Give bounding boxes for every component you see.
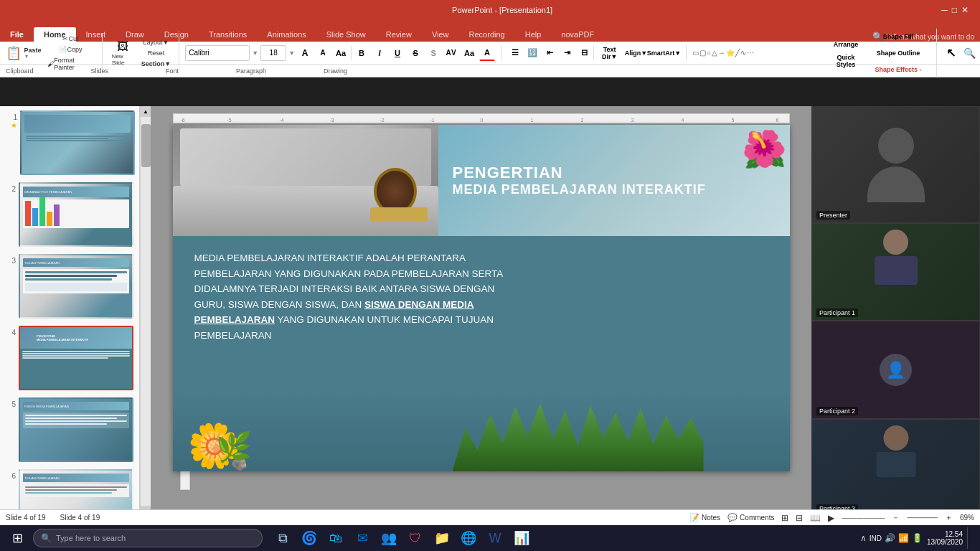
shape-outline-button[interactable]: Shape Outline	[866, 45, 930, 61]
tab-help[interactable]: Help	[515, 27, 552, 42]
char-spacing-button[interactable]: AV	[443, 45, 459, 61]
slide-item-1[interactable]: 1 ★	[3, 109, 136, 176]
increase-indent-button[interactable]: ⇥	[559, 45, 575, 61]
bold-button[interactable]: B	[354, 45, 369, 61]
systray-chevron[interactable]: ∧	[860, 533, 867, 543]
slide-thumb-3[interactable]: TUJUAN PEMBELAJARAN	[19, 254, 133, 319]
bullets-button[interactable]: ☰	[507, 45, 523, 61]
shape-arrow[interactable]: →	[718, 49, 725, 57]
slide-thumb-1[interactable]	[20, 110, 135, 175]
view-normal-button[interactable]: ⊞	[781, 513, 788, 523]
slide-item-3[interactable]: 3 TUJUAN PEMBELAJARAN	[3, 253, 136, 320]
tab-transitions[interactable]: Transitions	[199, 27, 257, 42]
strikethrough-button[interactable]: S	[407, 45, 423, 61]
systray-volume[interactable]: 🔊	[885, 533, 895, 543]
copy-button[interactable]: 📄 Copy	[45, 44, 95, 55]
shadow-button[interactable]: S	[425, 45, 441, 61]
slide-item-5[interactable]: 5 FUNGSI MEDIA PEMBELAJARAN	[3, 396, 136, 463]
arrange-button[interactable]: Arrange	[827, 37, 864, 52]
italic-button[interactable]: I	[372, 45, 387, 61]
numbering-button[interactable]: 🔢	[524, 45, 540, 61]
show-desktop-button[interactable]	[967, 527, 971, 549]
zoom-slider[interactable]: ──────	[907, 514, 938, 522]
slide-thumb-4[interactable]: PENGERTIANMEDIA PEMBELAJARAN INTERAKTIF	[19, 326, 133, 390]
slide-thumb-2[interactable]: DATA ANALITYCS PEMBELAJARAN	[19, 182, 133, 247]
new-slide-button[interactable]: 🖼 New Slide	[108, 38, 138, 68]
clear-format-button[interactable]: Aa	[333, 45, 349, 61]
view-reading-button[interactable]: 📖	[810, 513, 821, 523]
slide-thumb-5[interactable]: FUNGSI MEDIA PEMBELAJARAN	[19, 397, 133, 462]
decrease-indent-button[interactable]: ⇤	[542, 45, 557, 61]
align-text-button[interactable]: Align▼	[625, 45, 646, 61]
taskbar-teams[interactable]: 👥	[376, 525, 402, 551]
tab-view[interactable]: View	[422, 27, 459, 42]
search-button[interactable]: 🔍	[961, 45, 977, 61]
shape-star[interactable]: ⭐	[726, 49, 735, 57]
shape-fill-button[interactable]: Shape Fill	[866, 29, 930, 44]
taskbar-word[interactable]: W	[482, 525, 508, 551]
reset-button[interactable]: Reset	[139, 48, 173, 58]
tab-slideshow[interactable]: Slide Show	[316, 27, 376, 42]
taskbar-edge[interactable]: 🌀	[296, 525, 322, 551]
view-slideshow-button[interactable]: ▶	[828, 513, 834, 523]
cut-button[interactable]: ✂ Cut	[45, 34, 95, 44]
slide-title-line2: MEDIA PEMBELAJARAN INTERAKTIF	[453, 182, 768, 197]
system-clock[interactable]: 12.54 13/09/2020	[927, 530, 963, 546]
taskbar-store[interactable]: 🛍	[323, 525, 349, 551]
text-direction-button[interactable]: Text Dir▼	[595, 45, 623, 61]
shape-curve[interactable]: ∿	[740, 49, 746, 57]
shape-line[interactable]: ╱	[735, 49, 740, 57]
view-slide-sorter-button[interactable]: ⊟	[796, 513, 803, 523]
systray-network[interactable]: 📶	[898, 533, 909, 543]
scroll-thumb[interactable]	[141, 124, 151, 167]
more-shapes-button[interactable]: ⋯	[747, 49, 754, 57]
shape-rect[interactable]: ▭	[692, 49, 699, 57]
taskbar-chrome[interactable]: 🌐	[456, 525, 481, 551]
quick-styles-button[interactable]: Quick Styles	[827, 53, 864, 69]
scroll-track[interactable]	[141, 117, 151, 506]
canvas-area: -6 -5 -4 -3 -2 -1 0 1 2 3 4 5 6	[151, 106, 811, 517]
font-name-input[interactable]	[185, 45, 250, 61]
close-button[interactable]: ✕	[961, 5, 969, 15]
font-color-button[interactable]: A	[479, 45, 495, 61]
taskbar-powerpoint[interactable]: 📊	[509, 525, 534, 551]
taskbar-taskview[interactable]: ⧉	[270, 525, 296, 551]
start-button[interactable]: ⊞	[3, 525, 32, 551]
zoom-level[interactable]: 69%	[960, 514, 974, 522]
decrease-font-button[interactable]: A	[315, 45, 331, 61]
zoom-out-button[interactable]: －	[892, 512, 900, 523]
increase-font-button[interactable]: A	[297, 45, 313, 61]
shape-circle[interactable]: ○	[707, 49, 711, 57]
shape-round-rect[interactable]: ▢	[699, 49, 706, 57]
cursor-button[interactable]: ↖	[943, 45, 958, 61]
notes-button[interactable]: 📝 Notes	[689, 513, 720, 522]
zoom-in-button[interactable]: ＋	[945, 512, 953, 523]
tab-animations[interactable]: Animations	[257, 27, 316, 42]
slide-canvas[interactable]: PENGERTIAN MEDIA PEMBELAJARAN INTERAKTIF…	[173, 125, 790, 471]
tab-review[interactable]: Review	[376, 27, 422, 42]
paste-button[interactable]: 📋 Paste ▼	[3, 43, 44, 63]
slide-item-4[interactable]: 4 PENGERTIANMEDIA PEMBELAJARAN INTERAKTI…	[3, 324, 136, 392]
tab-novapdf[interactable]: novaPDF	[551, 27, 604, 42]
minimize-button[interactable]: ─	[941, 5, 948, 15]
comments-button[interactable]: 💬 Comments	[727, 513, 774, 522]
taskbar-search[interactable]: 🔍 Type here to search	[33, 529, 263, 547]
taskbar-security[interactable]: 🛡	[402, 525, 428, 551]
font-size-input[interactable]	[260, 45, 286, 61]
layout-button[interactable]: Layout ▼	[139, 37, 173, 47]
smartart-button[interactable]: SmartArt▼	[648, 45, 679, 61]
shape-triangle[interactable]: △	[712, 49, 717, 57]
shape-effects-button[interactable]: Shape Effects -	[866, 62, 930, 77]
columns-button[interactable]: ⊟	[576, 45, 592, 61]
font-size-2-button[interactable]: Aa	[461, 45, 477, 61]
underline-button[interactable]: U	[390, 45, 405, 61]
format-painter-button[interactable]: 🖌 Format Painter	[45, 55, 95, 72]
systray-battery: 🔋	[912, 533, 923, 543]
taskbar-mail[interactable]: ✉	[349, 525, 375, 551]
slide-panel-scrollbar[interactable]: ▲ ▼	[140, 106, 151, 517]
taskbar-explorer[interactable]: 📁	[429, 525, 455, 551]
scroll-up-button[interactable]: ▲	[141, 106, 151, 117]
slide-item-2[interactable]: 2 DATA ANALITYCS PEMBELAJARAN	[3, 181, 136, 248]
tab-recording[interactable]: Recording	[459, 27, 515, 42]
maximize-button[interactable]: □	[952, 5, 957, 15]
